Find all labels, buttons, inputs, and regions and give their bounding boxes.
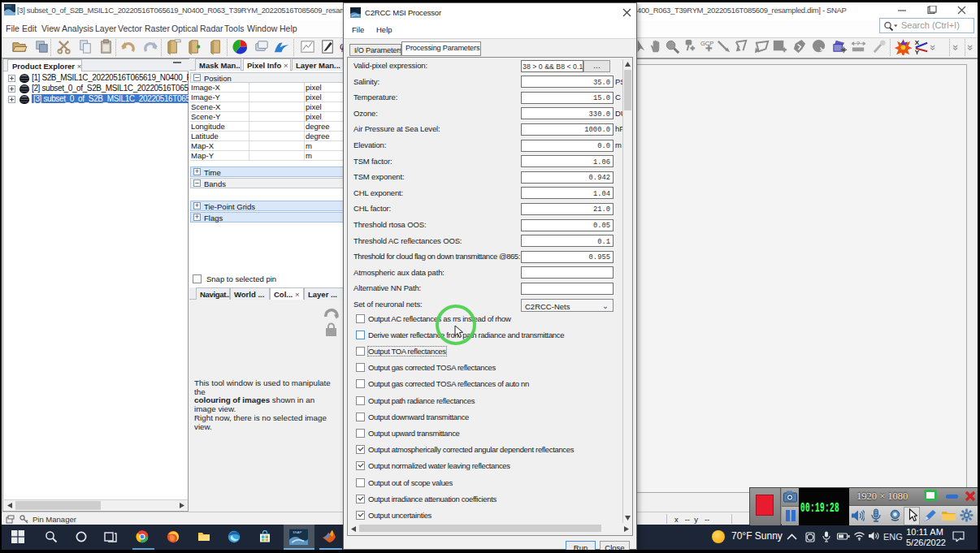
svg-text:GCP: GCP	[700, 40, 714, 47]
svg-text:SNAP: SNAP	[293, 530, 301, 534]
svg-text:X: X	[915, 39, 920, 46]
svg-text:?: ?	[856, 40, 860, 47]
